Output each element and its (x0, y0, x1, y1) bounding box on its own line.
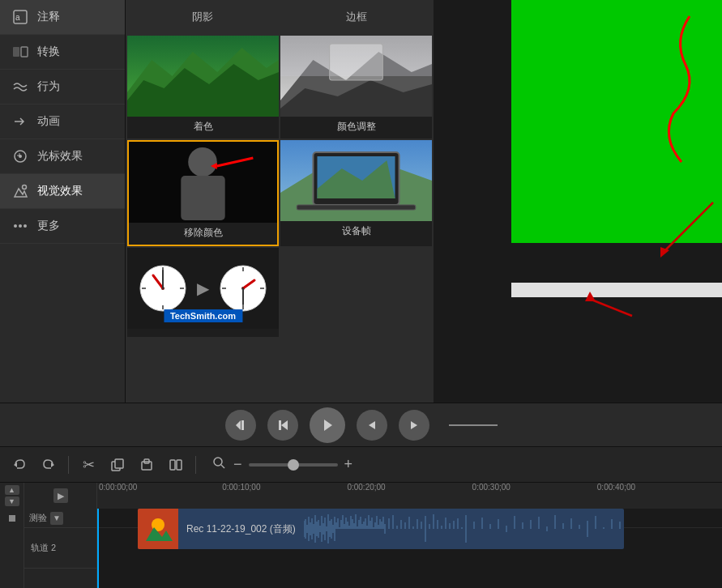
clock-thumbnail: TechSmith.com (127, 248, 279, 329)
svg-rect-59 (115, 459, 123, 468)
transition-icon (11, 43, 29, 61)
zoom-slider-thumb[interactable] (288, 459, 299, 471)
preview-red-curve (511, 8, 722, 170)
svg-text:a: a (15, 13, 20, 22)
effect-remove-color[interactable]: 移除颜色 (127, 140, 279, 246)
preview-canvas (434, 0, 722, 403)
play-button[interactable] (310, 407, 345, 443)
svg-marker-49 (236, 420, 241, 430)
svg-rect-27 (297, 205, 416, 210)
audio-track[interactable]: Rec 11-22-19_002 (音频) /* waveform drawn … (138, 509, 624, 549)
remove-color-thumbnail (129, 142, 277, 223)
rewind-button[interactable] (225, 410, 256, 441)
zoom-slider-track[interactable] (249, 463, 338, 467)
effects-header-shadow: 阴影 (126, 6, 280, 28)
svg-rect-52 (279, 420, 281, 430)
svg-point-9 (23, 224, 27, 228)
sidebar-item-cursor[interactable]: 光标效果 (0, 139, 125, 174)
audio-track-label: Rec 11-22-19_002 (音频) (178, 522, 304, 536)
effect-clock[interactable]: TechSmith.com (127, 248, 279, 337)
test-label: 测验 (29, 512, 47, 524)
audio-track-thumb (138, 509, 178, 549)
sidebar-label-visual: 视觉效果 (37, 184, 83, 198)
svg-point-64 (214, 458, 222, 466)
effect-tinting[interactable]: 着色 (127, 36, 279, 138)
sidebar-item-animation[interactable]: 动画 (0, 104, 125, 139)
sidebar-label-cursor: 光标效果 (37, 149, 83, 164)
effects-panel: 阴影 边框 (126, 0, 434, 403)
sidebar-item-transition[interactable]: 转换 (0, 35, 125, 70)
sidebar-label-annotation: 注释 (37, 10, 60, 24)
zoom-control: − + (211, 456, 354, 473)
sidebar-item-visual[interactable]: 视觉效果 (0, 174, 125, 209)
sidebar-label-transition: 转换 (37, 45, 60, 59)
redo-button[interactable] (37, 454, 60, 476)
preview-white-bar (511, 283, 722, 297)
visual-icon (11, 182, 29, 200)
remove-color-label: 移除颜色 (184, 226, 223, 240)
timecode-1: 0:00:10;00 (222, 483, 260, 492)
color-adjust-label: 颜色调整 (337, 120, 376, 134)
scroll-right-button[interactable]: ▶ (53, 488, 68, 503)
sidebar-item-more[interactable]: 更多 (0, 209, 125, 244)
top-section: a 注释 转换 (0, 0, 722, 403)
zoom-search-button[interactable] (211, 456, 227, 473)
timeline-header: ▲ ▼ ▶ 0:00:00;00 0:00:10;00 0:00:20;00 0… (0, 483, 722, 509)
svg-line-47 (592, 300, 632, 316)
test-dropdown-button[interactable]: ▼ (50, 512, 63, 525)
timeline-tracks: 测验 ▼ 轨道 2 (0, 509, 722, 588)
svg-point-5 (19, 155, 22, 158)
svg-point-19 (188, 147, 217, 177)
toolbar-divider-1 (68, 456, 69, 474)
svg-marker-51 (281, 420, 288, 430)
svg-rect-20 (181, 176, 224, 220)
sidebar-item-annotation[interactable]: a 注释 (0, 0, 125, 35)
app-container: a 注释 转换 (0, 0, 722, 588)
sidebar-label-more: 更多 (37, 219, 60, 233)
volume-control (449, 424, 498, 426)
track-content-area: Rec 11-22-19_002 (音频) /* waveform drawn … (97, 509, 722, 588)
effects-header-border: 边框 (280, 6, 434, 28)
svg-point-6 (23, 185, 27, 190)
effects-header: 阴影 边框 (126, 0, 434, 34)
timecode-4: 0:00:40;00 (597, 483, 635, 492)
svg-point-8 (19, 224, 22, 228)
scroll-up-button[interactable]: ▲ (5, 485, 19, 495)
timecode-2: 0:00:20;00 (347, 483, 385, 492)
animation-icon (11, 113, 29, 130)
zoom-plus-button[interactable]: + (343, 456, 355, 473)
color-adjust-thumbnail (280, 36, 432, 117)
more-icon (11, 217, 29, 235)
device-frame-thumbnail (280, 140, 432, 221)
svg-rect-3 (21, 47, 28, 57)
step-back-button[interactable] (267, 410, 298, 441)
effect-color-adjust[interactable]: 颜色调整 (280, 36, 432, 138)
track-dot (9, 515, 15, 522)
cut-button[interactable]: ✂ (77, 454, 100, 476)
prev-frame-button[interactable] (357, 410, 387, 441)
svg-marker-46 (660, 247, 669, 258)
timecode-0: 0:00:00;00 (99, 483, 137, 492)
copy-button[interactable] (106, 454, 129, 476)
device-frame-label: 设备帧 (342, 224, 371, 238)
next-frame-button[interactable] (399, 410, 429, 441)
sidebar-label-behavior: 行为 (37, 79, 60, 94)
zoom-minus-button[interactable]: − (232, 456, 244, 473)
volume-line (449, 424, 498, 426)
sidebar-item-behavior[interactable]: 行为 (0, 70, 125, 104)
track-2-label: 轨道 2 (31, 542, 56, 554)
playhead-line (97, 509, 99, 588)
undo-button[interactable] (8, 454, 31, 476)
scroll-down-button[interactable]: ▼ (5, 496, 19, 506)
svg-rect-50 (241, 420, 244, 430)
sidebar: a 注释 转换 (0, 0, 126, 403)
svg-rect-62 (170, 460, 175, 470)
paste-button[interactable] (135, 454, 158, 476)
tinting-thumbnail (127, 36, 279, 117)
split-button[interactable] (164, 454, 187, 476)
annotation-icon: a (11, 8, 29, 26)
cursor-icon (11, 147, 29, 165)
behavior-icon (11, 78, 29, 96)
effect-device-frame[interactable]: 设备帧 (280, 140, 432, 246)
sidebar-label-animation: 动画 (37, 114, 60, 129)
